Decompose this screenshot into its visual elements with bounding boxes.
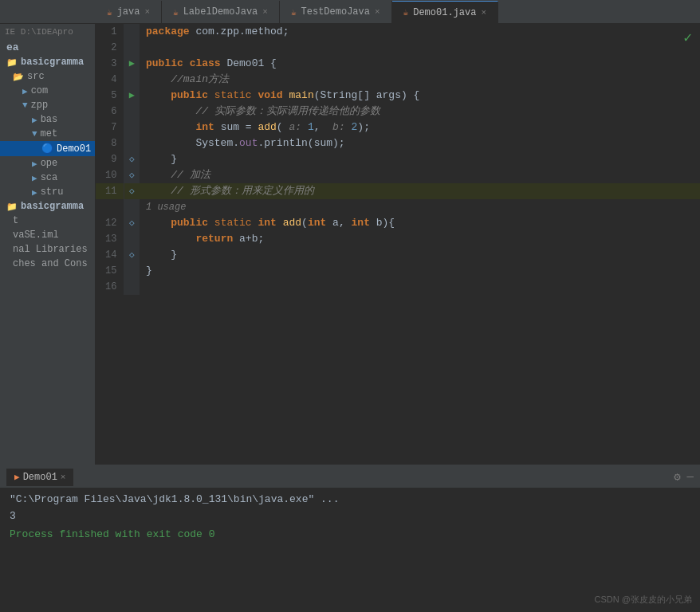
tab-close4[interactable]: × (481, 8, 486, 18)
gutter-cell[interactable]: ▶ (124, 56, 140, 72)
sidebar-nal-libraries[interactable]: nal Libraries (0, 242, 95, 257)
tab-demo01[interactable]: ☕ Demo01.java × (392, 1, 498, 23)
table-row: 6 // 实际参数：实际调用传递给他的参数 (96, 104, 700, 120)
code-content: //main方法 (140, 72, 700, 88)
line-number: 1 (96, 24, 124, 40)
run-command: "C:\Program Files\Java\jdk1.8.0_131\bin\… (10, 493, 690, 505)
marker-icon2: ◇ (129, 171, 135, 180)
line-number: 16 (96, 279, 124, 295)
line-number: 3 (96, 56, 124, 72)
bottom-tab-demo01[interactable]: ▶ Demo01 × (6, 469, 73, 486)
bottom-tab-close[interactable]: × (61, 473, 66, 482)
code-content: } (140, 247, 700, 263)
line-number: 5 (96, 88, 124, 104)
code-content: } (140, 263, 700, 279)
tab-testdemo[interactable]: ☕ TestDemoJava × (280, 1, 392, 23)
marker-icon3: ◇ (129, 186, 135, 196)
gear-button[interactable]: ⚙ (674, 470, 680, 484)
sidebar-bas[interactable]: ▶ bas (0, 112, 95, 127)
file-demo01-icon: 🔵 (41, 143, 53, 155)
sidebar: IE D:\IDEApro ea 📁 basicgramma 📂 src ▶ c… (0, 24, 96, 465)
sidebar-com[interactable]: ▶ com (0, 84, 95, 98)
table-row: 1 package com.zpp.method; (96, 24, 700, 40)
bottom-file-icon: ▶ (14, 472, 20, 482)
gutter-cell: ◇ (124, 247, 140, 263)
sidebar-zpp[interactable]: ▼ zpp (0, 98, 95, 112)
folder-com-icon: ▶ (22, 86, 28, 96)
code-editor: ✓ 1 package com.zpp.method; 2 3 (96, 24, 700, 465)
marker-icon4: ◇ (129, 218, 135, 228)
java-icon4: ☕ (403, 7, 409, 18)
sidebar-sca[interactable]: ▶ sca (0, 171, 95, 185)
minimize-button[interactable]: — (687, 470, 694, 484)
table-row: 4 //main方法 (96, 72, 700, 88)
code-content (140, 279, 700, 295)
run-icon[interactable]: ▶ (129, 58, 135, 69)
folder-icon: 📁 (6, 57, 18, 68)
table-row: 11 ◇ // 形式参数：用来定义作用的 (96, 183, 700, 199)
tab-close[interactable]: × (144, 7, 150, 17)
sidebar-ea[interactable]: ea (0, 40, 95, 55)
sidebar-ope[interactable]: ▶ ope (0, 156, 95, 171)
tab-close3[interactable]: × (375, 7, 380, 17)
code-content: int sum = add( a: 1, b: 2); (140, 120, 700, 135)
sidebar-ide-header: IE D:\IDEApro (0, 24, 95, 40)
table-row: 5 ▶ public static void main(String[] arg… (96, 88, 700, 104)
table-row: 8 System.out.println(sum); (96, 135, 700, 151)
line-number: 4 (96, 72, 124, 88)
table-row: 7 int sum = add( a: 1, b: 2); (96, 120, 700, 135)
sidebar-t[interactable]: t (0, 214, 95, 228)
line-number: 15 (96, 263, 124, 279)
java-icon: ☕ (107, 7, 112, 18)
gutter-cell (124, 40, 140, 56)
bottom-actions: ⚙ — (674, 470, 694, 484)
tab-labeldemo[interactable]: ☕ LabelDemoJava × (162, 1, 280, 23)
tab-close2[interactable]: × (262, 7, 268, 17)
code-content: } (140, 151, 700, 167)
main-area: IE D:\IDEApro ea 📁 basicgramma 📂 src ▶ c… (0, 24, 700, 465)
gutter-cell (124, 120, 140, 135)
table-row: 14 ◇ } (96, 247, 700, 263)
line-number: 13 (96, 231, 124, 247)
sidebar-demo01-file[interactable]: 🔵 Demo01 (0, 141, 95, 156)
gutter-cell (124, 263, 140, 279)
sidebar-basicgramma2[interactable]: 📁 basicgramma (0, 199, 95, 214)
sidebar-met[interactable]: ▼ met (0, 127, 95, 141)
gutter-cell (124, 72, 140, 88)
line-number: 2 (96, 40, 124, 56)
code-content: // 实际参数：实际调用传递给他的参数 (140, 104, 700, 120)
gutter-cell[interactable]: ▶ (124, 88, 140, 104)
watermark: CSDN @张皮皮的小兄弟 (595, 594, 692, 606)
code-table: 1 package com.zpp.method; 2 3 ▶ public c… (96, 24, 700, 295)
sidebar-basicgramma[interactable]: 📁 basicgramma (0, 55, 95, 69)
folder-sca-icon: ▶ (32, 173, 37, 183)
line-number: 6 (96, 104, 124, 120)
java-icon2: ☕ (173, 7, 179, 18)
gutter-cell (124, 24, 140, 40)
run-icon2[interactable]: ▶ (129, 90, 135, 101)
sidebar-vase-iml[interactable]: vaSE.iml (0, 228, 95, 242)
tab-java[interactable]: ☕ java × (96, 1, 162, 23)
gutter-cell: ◇ (124, 183, 140, 199)
gutter-cell: ◇ (124, 151, 140, 167)
gutter-cell: ◇ (124, 215, 140, 231)
run-finish: Process finished with exit code 0 (10, 528, 690, 540)
marker-icon: ◇ (129, 155, 135, 164)
gutter-cell (124, 231, 140, 247)
code-content: // 形式参数：用来定义作用的 (140, 183, 700, 199)
tab-label2: LabelDemoJava (183, 6, 258, 18)
table-row: 13 return a+b; (96, 231, 700, 247)
folder-ope-icon: ▶ (32, 159, 37, 169)
code-hint: 1 usage (140, 199, 700, 215)
tab-bar: ☕ java × ☕ LabelDemoJava × ☕ TestDemoJav… (0, 0, 700, 24)
sidebar-ches-and-cons[interactable]: ches and Cons (0, 257, 95, 271)
checkmark: ✓ (683, 29, 692, 46)
tab-label: java (117, 6, 140, 18)
sidebar-stru[interactable]: ▶ stru (0, 185, 95, 199)
gutter-cell (124, 135, 140, 151)
folder-bas-icon: ▶ (32, 115, 37, 125)
line-number: 10 (96, 167, 124, 183)
tab-label4: Demo01.java (413, 7, 476, 18)
sidebar-src[interactable]: 📂 src (0, 69, 95, 84)
code-content: package com.zpp.method; (140, 24, 700, 40)
